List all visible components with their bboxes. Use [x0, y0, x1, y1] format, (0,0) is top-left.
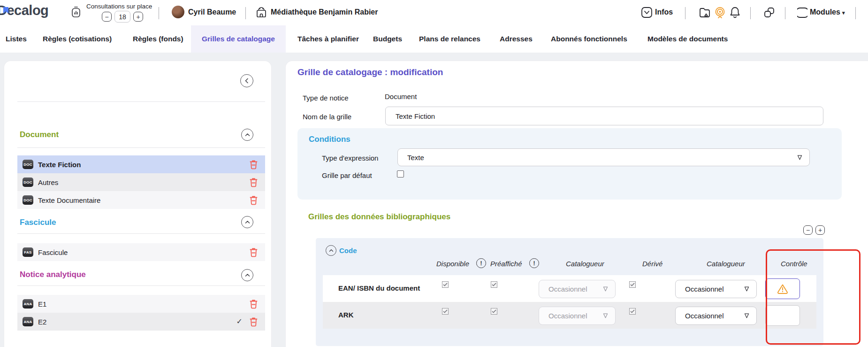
- warning-triangle-orange-icon: [777, 284, 788, 294]
- disponible-checkbox[interactable]: [442, 308, 449, 315]
- bib-grids-title: Grilles des données bibliographiques: [308, 212, 450, 222]
- info-icon[interactable]: !: [529, 258, 539, 268]
- tab-adresses[interactable]: Adresses: [500, 25, 533, 53]
- tab-taches-a-planifier[interactable]: Tâches à planifier: [297, 25, 359, 53]
- tab-plans-de-relances[interactable]: Plans de relances: [419, 25, 480, 53]
- info-icon[interactable]: !: [476, 258, 486, 268]
- delete-trash-icon[interactable]: [249, 299, 258, 309]
- counter-plus-button[interactable]: +: [133, 12, 143, 22]
- modules-label: Modules: [810, 8, 840, 16]
- library-building-icon: [256, 6, 267, 18]
- code-group-label: Code: [339, 247, 357, 254]
- app-logo[interactable]: Decalog: [0, 3, 48, 18]
- controle-button-open[interactable]: [765, 278, 800, 299]
- expression-type-select[interactable]: Texte: [397, 148, 810, 166]
- grid-item-autres[interactable]: DOC Autres: [17, 173, 265, 191]
- grid-item-fascicule[interactable]: FAS Fascicule: [17, 243, 265, 261]
- field-label: ARK: [338, 311, 354, 319]
- expand-all-button[interactable]: +: [815, 225, 825, 235]
- modules-cylinder-icon[interactable]: [797, 7, 807, 19]
- delete-trash-icon[interactable]: [249, 195, 258, 205]
- collapse-all-button[interactable]: −: [803, 225, 813, 235]
- broadcast-signal-icon[interactable]: [714, 7, 726, 19]
- grid-item-label: E2: [38, 318, 46, 326]
- sidebar-divider: [17, 285, 265, 286]
- column-catalogueur-2: Catalogueur: [707, 260, 745, 268]
- field-label: EAN/ ISBN du document: [338, 284, 420, 292]
- tab-modeles-de-documents[interactable]: Modèles de documents: [647, 25, 728, 53]
- tab-regles-cotisations[interactable]: Règles (cotisations): [43, 25, 112, 53]
- catalogueur-select[interactable]: Occasionnel: [675, 307, 757, 325]
- table-row-ark: ARK Occasionnel Occasionnel: [323, 302, 816, 329]
- expression-type-value: Texte: [407, 154, 424, 162]
- ana-badge: ANA: [23, 299, 33, 308]
- catalogueur-select-disabled: Occasionnel: [539, 280, 616, 298]
- tab-budgets[interactable]: Budgets: [373, 25, 402, 53]
- preaffiche-checkbox[interactable]: [491, 308, 497, 315]
- preaffiche-checkbox[interactable]: [491, 281, 497, 288]
- tab-abonnes-fonctionnels[interactable]: Abonnés fonctionnels: [551, 25, 627, 53]
- delete-trash-icon[interactable]: [249, 177, 258, 187]
- grid-item-e2[interactable]: ANA E2 ✓: [17, 313, 265, 331]
- collapse-sidebar-button[interactable]: [240, 74, 253, 87]
- folder-export-icon[interactable]: [699, 7, 711, 19]
- catalogueur-value: Occasionnel: [685, 312, 724, 320]
- delete-trash-icon[interactable]: [249, 247, 258, 257]
- fas-badge: FAS: [23, 247, 33, 257]
- chevron-up-icon: [245, 273, 250, 277]
- minus-icon: −: [806, 227, 810, 233]
- grid-item-e1[interactable]: ANA E1: [17, 295, 265, 313]
- user-avatar[interactable]: [172, 6, 184, 18]
- controle-button[interactable]: [765, 305, 800, 326]
- infos-label[interactable]: Infos: [655, 8, 673, 16]
- header-separator: [685, 7, 685, 19]
- header-separator: [855, 7, 856, 19]
- sidebar-divider: [17, 101, 265, 102]
- minus-icon: −: [105, 14, 108, 20]
- dropdown-arrow-icon: [744, 286, 750, 292]
- grid-item-texte-documentaire[interactable]: DOC Texte Documentaire: [17, 191, 265, 209]
- catalogueur-select-disabled: Occasionnel: [539, 307, 616, 325]
- collapse-section-notice-button[interactable]: [241, 269, 253, 281]
- disponible-checkbox[interactable]: [442, 281, 449, 288]
- collapse-code-group-button[interactable]: [326, 245, 336, 256]
- delete-trash-icon[interactable]: [249, 160, 258, 170]
- grid-item-texte-fiction[interactable]: DOC Texte Fiction: [17, 155, 265, 173]
- counter-value-text: 18: [119, 13, 126, 21]
- default-grid-label: Grille par défaut: [322, 171, 372, 179]
- default-grid-checkbox[interactable]: [397, 170, 404, 177]
- chevron-left-icon: [244, 78, 249, 84]
- library-name[interactable]: Médiathèque Benjamin Rabier: [271, 8, 378, 16]
- chevron-up-icon: [245, 133, 250, 137]
- derive-checkbox[interactable]: [629, 281, 636, 288]
- collapse-section-document-button[interactable]: [241, 129, 253, 141]
- catalogueur-value: Occasionnel: [548, 285, 587, 293]
- plus-icon: +: [818, 227, 822, 233]
- modules-menu[interactable]: Modules▾: [810, 8, 845, 16]
- catalogueur-select[interactable]: Occasionnel: [675, 280, 757, 298]
- tab-listes[interactable]: Listes: [6, 25, 27, 53]
- user-name[interactable]: Cyril Beaume: [188, 8, 236, 16]
- infos-icon[interactable]: [641, 7, 653, 18]
- delete-trash-icon[interactable]: [249, 317, 258, 327]
- tab-regles-fonds[interactable]: Règles (fonds): [133, 25, 183, 53]
- sidebar-divider: [17, 233, 265, 234]
- dropdown-arrow-icon: [797, 154, 803, 161]
- collapse-section-fascicule-button[interactable]: [241, 216, 253, 228]
- doc-badge: DOC: [23, 195, 33, 205]
- grid-name-input[interactable]: [385, 107, 823, 125]
- derive-checkbox[interactable]: [629, 308, 636, 315]
- check-icon: ✓: [236, 317, 243, 326]
- counter-value[interactable]: 18: [114, 11, 130, 23]
- grid-item-label: Texte Fiction: [38, 161, 81, 169]
- notifications-bell-icon[interactable]: [729, 6, 741, 19]
- grid-item-label: E1: [38, 300, 46, 308]
- counter-minus-button[interactable]: −: [102, 12, 112, 22]
- catalogueur-value: Occasionnel: [548, 312, 587, 320]
- record-type-value: Document: [385, 93, 417, 100]
- grid-name-label: Nom de la grille: [303, 113, 351, 121]
- column-catalogueur-1: Catalogueur: [566, 260, 604, 268]
- tab-grilles-de-catalogage[interactable]: Grilles de catalogage: [191, 25, 286, 53]
- link-apps-icon[interactable]: [763, 7, 776, 19]
- header-separator: [785, 7, 785, 19]
